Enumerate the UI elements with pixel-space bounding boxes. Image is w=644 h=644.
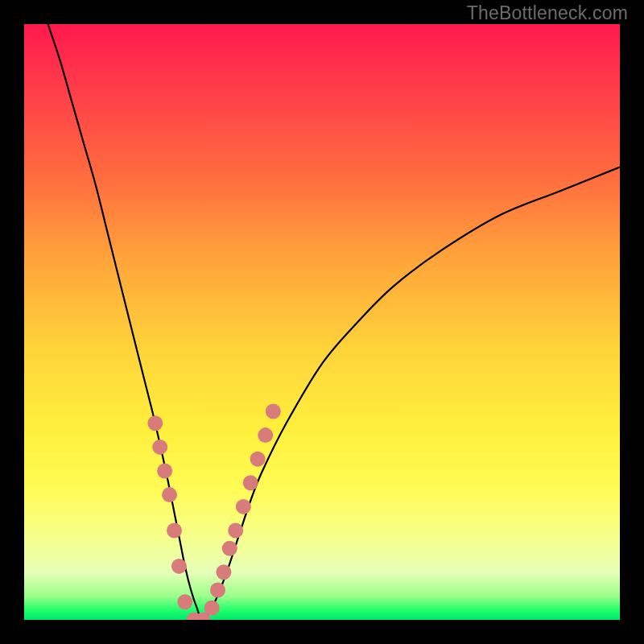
curve-marker (228, 523, 243, 539)
curve-marker (147, 415, 163, 431)
attribution-text: TheBottleneck.com (467, 2, 628, 24)
curve-marker (236, 499, 251, 514)
curve-marker (177, 594, 192, 609)
chart-frame: TheBottleneck.com (0, 0, 644, 644)
curve-marker (216, 564, 231, 580)
curve-markers (147, 404, 281, 621)
chart-overlay-svg (24, 24, 620, 620)
curve-marker (222, 541, 237, 556)
curve-marker (167, 523, 182, 539)
curve-marker (157, 464, 172, 479)
curve-marker (210, 583, 225, 598)
curve-marker (152, 440, 167, 455)
curve-marker (250, 452, 266, 467)
chart-plot-area (24, 24, 620, 620)
curve-marker (258, 427, 273, 443)
curve-marker (243, 475, 258, 490)
curve-marker (204, 601, 220, 616)
curve-marker (162, 487, 177, 502)
curve-marker (171, 559, 187, 574)
bottleneck-curve (48, 24, 620, 620)
curve-marker (266, 404, 281, 419)
